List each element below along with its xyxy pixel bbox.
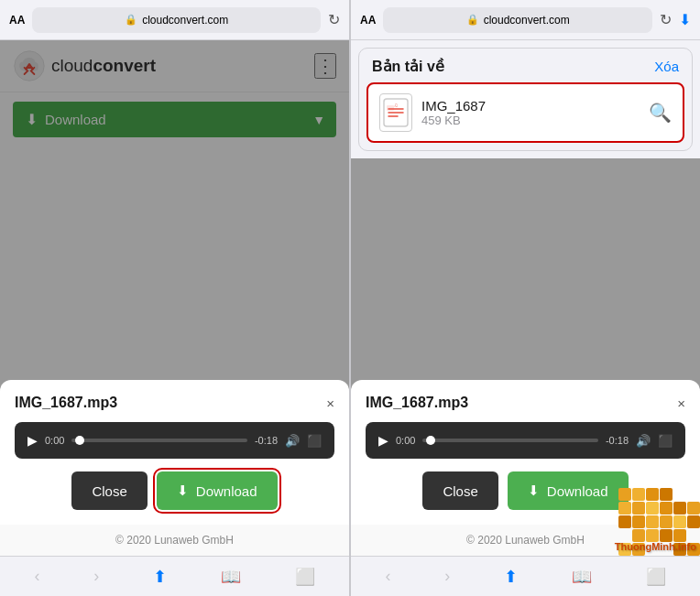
time-current-left: 0:00 [45, 435, 64, 446]
file-name: IMG_1687 [421, 98, 640, 114]
audio-player-right: ▶ 0:00 -0:18 🔊 ⬛ [366, 422, 685, 459]
modal-overlay-left: IMG_1687.mp3 × ▶ 0:00 -0:18 🔊 ⬛ [0, 40, 349, 556]
watermark-text: ThuongMinh.info [615, 541, 696, 552]
browser-bottom-right: ‹ › ⬆ 📖 ⬜ [351, 556, 700, 596]
progress-dot-right [426, 436, 435, 445]
notification-file-item[interactable]: ♫ IMG_1687 459 KB 🔍 [366, 82, 684, 143]
close-button-left[interactable]: Close [71, 471, 147, 510]
play-button-left[interactable]: ▶ [27, 433, 38, 448]
audio-controls-left: ▶ 0:00 -0:18 🔊 ⬛ [27, 433, 322, 448]
modal-left: IMG_1687.mp3 × ▶ 0:00 -0:18 🔊 ⬛ [0, 380, 349, 525]
download-btn-icon-right: ⬇ [528, 482, 540, 499]
download-button-left[interactable]: ⬇ Download [157, 471, 278, 510]
watermark: ThuongMinh.info [581, 482, 700, 556]
notification-xoa-button[interactable]: Xóa [654, 59, 679, 74]
lock-icon: 🔒 [125, 14, 137, 26]
notification-header: Bản tải về Xóa [359, 49, 692, 82]
time-total-left: -0:18 [255, 435, 278, 446]
right-browser-bar: AA 🔒 cloudconvert.com ↻ ⬇ [351, 0, 700, 40]
progress-bar-right[interactable] [422, 439, 598, 442]
progress-dot-left [75, 436, 84, 445]
modal-close-right[interactable]: × [677, 396, 685, 411]
forward-button-left[interactable]: › [84, 561, 108, 591]
time-current-right: 0:00 [396, 435, 415, 446]
file-info: IMG_1687 459 KB [421, 98, 640, 127]
lock-icon-right: 🔒 [466, 14, 479, 26]
forward-button-right[interactable]: › [435, 561, 459, 591]
screen-icon-left: ⬛ [307, 434, 322, 448]
url-text-left: cloudconvert.com [142, 14, 228, 27]
file-icon-box: ♫ [379, 93, 412, 132]
aa-label-right: AA [360, 14, 376, 27]
progress-bar-left[interactable] [71, 439, 247, 442]
url-bar-left[interactable]: 🔒 cloudconvert.com [32, 7, 321, 33]
screen-icon-right: ⬛ [658, 434, 673, 448]
reload-button-right[interactable]: ↻ [660, 11, 672, 28]
file-icon: ♫ [383, 98, 409, 127]
close-button-right[interactable]: Close [422, 471, 498, 510]
modal-header-right: IMG_1687.mp3 × [366, 395, 685, 411]
modal-buttons-left: Close ⬇ Download [15, 471, 334, 510]
modal-title-left: IMG_1687.mp3 [15, 395, 117, 411]
back-button-right[interactable]: ‹ [376, 561, 399, 591]
tabs-button-right[interactable]: ⬜ [637, 561, 675, 592]
play-button-right[interactable]: ▶ [378, 433, 388, 448]
download-arrow-button-right[interactable]: ⬇ [679, 11, 691, 28]
download-btn-label-left: Download [196, 483, 257, 499]
bookmarks-button-right[interactable]: 📖 [563, 561, 601, 592]
download-btn-icon-left: ⬇ [177, 482, 189, 499]
footer-left: © 2020 Lunaweb GmbH [0, 525, 349, 556]
svg-text:♫: ♫ [394, 103, 399, 108]
notification-title: Bản tải về [372, 58, 444, 75]
tabs-button-left[interactable]: ⬜ [286, 561, 324, 592]
reload-button-left[interactable]: ↻ [328, 11, 340, 28]
download-notification: Bản tải về Xóa ♫ IMG_1687 459 KB 🔍 [358, 48, 693, 151]
share-button-right[interactable]: ⬆ [495, 561, 527, 592]
audio-player-left: ▶ 0:00 -0:18 🔊 ⬛ [15, 422, 334, 459]
search-file-button[interactable]: 🔍 [649, 102, 672, 124]
modal-title-right: IMG_1687.mp3 [366, 395, 468, 411]
time-total-right: -0:18 [606, 435, 629, 446]
right-phone-panel: AA 🔒 cloudconvert.com ↻ ⬇ Bản tải về Xóa… [351, 0, 700, 596]
share-button-left[interactable]: ⬆ [144, 561, 176, 592]
aa-label: AA [9, 14, 25, 27]
volume-icon-left: 🔊 [285, 434, 300, 448]
back-button-left[interactable]: ‹ [25, 561, 49, 591]
modal-close-left[interactable]: × [326, 396, 334, 411]
browser-bottom-left: ‹ › ⬆ 📖 ⬜ [0, 556, 349, 596]
url-text-right: cloudconvert.com [484, 14, 570, 27]
left-browser-bar: AA 🔒 cloudconvert.com ↻ [0, 0, 349, 40]
modal-header-left: IMG_1687.mp3 × [15, 395, 334, 411]
url-bar-right[interactable]: 🔒 cloudconvert.com [383, 7, 652, 33]
file-size: 459 KB [421, 114, 640, 127]
audio-controls-right: ▶ 0:00 -0:18 🔊 ⬛ [378, 433, 673, 448]
volume-icon-right: 🔊 [636, 434, 651, 448]
left-phone-panel: AA 🔒 cloudconvert.com ↻ cloudconve [0, 0, 349, 596]
bookmarks-button-left[interactable]: 📖 [212, 561, 250, 592]
site-content-left: cloudconvert ⋮ ⬇ Download ▼ IMG_1687.mp3… [0, 40, 349, 556]
